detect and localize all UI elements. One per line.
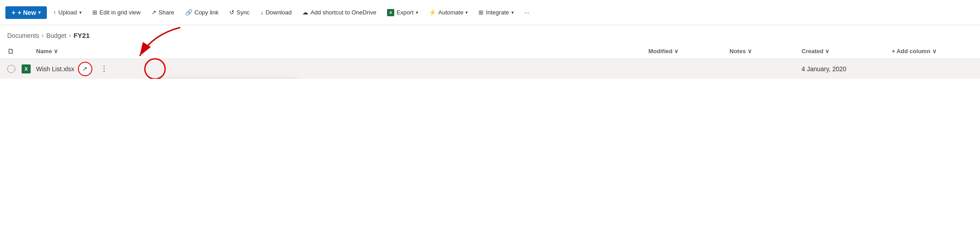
file-row-container: X Wish List.xlsx ↗ ⋮ 4 January, 2020 <box>0 59 980 79</box>
breadcrumb-budget[interactable]: Budget <box>46 32 66 39</box>
header-add-column[interactable]: + Add column ∨ <box>892 48 973 55</box>
excel-toolbar-icon: X <box>387 9 394 16</box>
more-label: ··· <box>524 9 529 16</box>
row-filename[interactable]: Wish List.xlsx <box>36 65 74 73</box>
onedrive-icon: ☁ <box>302 9 308 16</box>
name-sort-icon: ∨ <box>54 48 58 55</box>
copy-link-label: Copy link <box>195 9 219 16</box>
export-label: Export <box>397 9 414 16</box>
file-list-header: 🗋 Name ∨ Modified ∨ Notes ∨ Created ∨ <box>0 44 980 59</box>
upload-label: Upload <box>59 9 77 16</box>
notes-sort-icon: ∨ <box>748 48 752 55</box>
row-share-icon: ↗ <box>82 65 87 72</box>
share-label: Share <box>159 9 174 16</box>
edit-grid-button[interactable]: ⊞ Edit in grid view <box>88 6 145 18</box>
breadcrumb-current: FY21 <box>73 32 90 39</box>
row-ellipsis-icon: ⋮ <box>100 64 108 73</box>
header-check: 🗋 <box>7 47 22 55</box>
integrate-label: Integrate <box>486 9 509 16</box>
share-icon: ↗ <box>151 9 156 16</box>
breadcrumb-sep-1: › <box>42 32 44 39</box>
header-created[interactable]: Created ∨ <box>802 48 892 55</box>
modified-sort-icon: ∨ <box>674 48 679 55</box>
created-col-label: Created <box>802 48 823 55</box>
row-radio[interactable] <box>7 65 15 73</box>
upload-button[interactable]: ↑ Upload ▾ <box>49 6 86 18</box>
integrate-chevron: ▾ <box>511 10 514 15</box>
integrate-icon: ⊞ <box>479 9 483 16</box>
row-more-button[interactable]: ⋮ <box>98 63 110 75</box>
share-button[interactable]: ↗ Share <box>147 6 179 18</box>
toolbar: + + New ▾ ↑ Upload ▾ ⊞ Edit in grid view… <box>0 0 980 25</box>
copy-link-button[interactable]: 🔗 Copy link <box>181 6 223 18</box>
row-filename-area: Wish List.xlsx ↗ ⋮ <box>36 62 648 76</box>
new-label: + New <box>18 9 36 16</box>
breadcrumb-documents[interactable]: Documents <box>7 32 39 39</box>
row-created-date: 4 January, 2020 <box>802 65 846 73</box>
file-icon-header: 🗋 <box>7 47 14 55</box>
breadcrumb-sep-2: › <box>69 32 71 39</box>
upload-icon: ↑ <box>53 9 56 16</box>
grid-icon: ⊞ <box>92 9 97 16</box>
more-button[interactable]: ··· <box>520 6 534 18</box>
new-chevron: ▾ <box>38 10 41 15</box>
modified-col-label: Modified <box>648 48 672 55</box>
download-button[interactable]: ↓ Download <box>256 6 296 18</box>
new-button[interactable]: + + New ▾ <box>5 6 47 19</box>
automate-label: Automate <box>438 9 464 16</box>
row-check[interactable] <box>7 65 22 73</box>
sync-icon: ↺ <box>229 9 234 16</box>
download-icon: ↓ <box>260 9 264 16</box>
excel-file-icon: X <box>22 64 31 73</box>
add-col-label: + Add column <box>892 48 930 55</box>
export-chevron: ▾ <box>416 10 418 15</box>
add-col-chevron: ∨ <box>932 48 937 55</box>
edit-grid-label: Edit in grid view <box>100 9 141 16</box>
add-shortcut-button[interactable]: ☁ Add shortcut to OneDrive <box>298 6 381 18</box>
download-label: Download <box>265 9 292 16</box>
automate-icon: ⚡ <box>429 9 436 16</box>
header-notes[interactable]: Notes ∨ <box>729 48 802 55</box>
upload-chevron: ▾ <box>79 10 82 15</box>
name-col-label: Name <box>36 48 52 55</box>
link-icon: 🔗 <box>185 9 192 16</box>
plus-icon: + <box>12 9 15 16</box>
add-shortcut-label: Add shortcut to OneDrive <box>310 9 376 16</box>
sync-label: Sync <box>237 9 250 16</box>
header-name[interactable]: Name ∨ <box>36 48 648 55</box>
breadcrumb: Documents › Budget › FY21 <box>0 25 980 44</box>
row-share-button[interactable]: ↗ <box>78 62 92 76</box>
export-button[interactable]: X Export ▾ <box>383 6 423 19</box>
created-sort-icon: ∨ <box>825 48 830 55</box>
header-modified[interactable]: Modified ∨ <box>648 48 729 55</box>
automate-button[interactable]: ⚡ Automate ▾ <box>424 6 473 18</box>
file-list: 🗋 Name ∨ Modified ∨ Notes ∨ Created ∨ <box>0 44 980 79</box>
row-created: 4 January, 2020 <box>802 65 892 73</box>
sync-button[interactable]: ↺ Sync <box>225 6 254 18</box>
table-row: X Wish List.xlsx ↗ ⋮ 4 January, 2020 <box>0 59 980 79</box>
integrate-button[interactable]: ⊞ Integrate ▾ <box>474 6 518 18</box>
notes-col-label: Notes <box>729 48 746 55</box>
automate-chevron: ▾ <box>465 10 468 15</box>
row-file-icon: X <box>22 64 36 73</box>
